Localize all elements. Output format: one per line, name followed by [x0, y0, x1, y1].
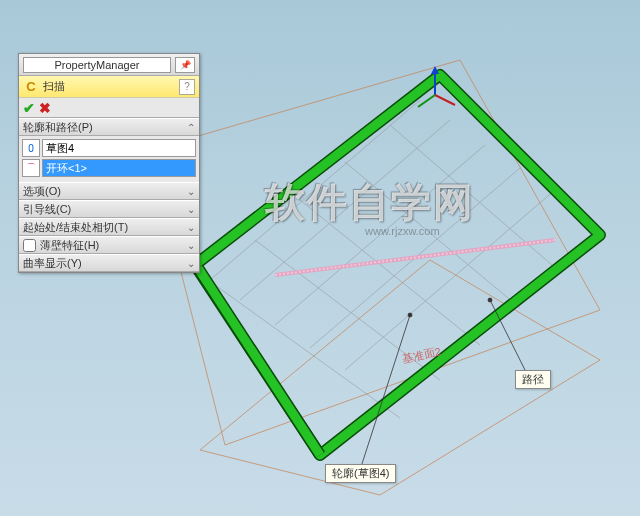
ok-button[interactable]: ✔	[23, 100, 35, 116]
svg-line-2	[435, 95, 455, 105]
help-button[interactable]: ?	[179, 79, 195, 95]
section-curvature[interactable]: 曲率显示(Y) ⌄	[19, 254, 199, 272]
section-label: 选项(O)	[23, 184, 187, 199]
path-icon[interactable]: ⌒	[22, 159, 40, 177]
svg-point-5	[408, 313, 412, 317]
feature-name: 扫描	[43, 79, 179, 94]
section-options[interactable]: 选项(O) ⌄	[19, 182, 199, 200]
svg-point-4	[488, 298, 492, 302]
feature-header: C 扫描 ?	[19, 76, 199, 98]
chevron-down-icon: ⌄	[187, 204, 195, 215]
callout-path[interactable]: 路径	[515, 370, 551, 389]
section-tangency[interactable]: 起始处/结束处相切(T) ⌄	[19, 218, 199, 236]
pm-titlebar: PropertyManager 📌	[19, 54, 199, 76]
section-label: 轮廓和路径(P)	[23, 120, 187, 135]
chevron-down-icon: ⌄	[187, 258, 195, 269]
chevron-down-icon: ⌄	[187, 222, 195, 233]
section-thin[interactable]: 薄壁特征(H) ⌄	[19, 236, 199, 254]
profile-input[interactable]: 草图4	[42, 139, 196, 157]
chevron-down-icon: ⌄	[187, 240, 195, 251]
chevron-down-icon: ⌄	[187, 186, 195, 197]
profile-icon[interactable]: 0	[22, 139, 40, 157]
ok-cancel-bar: ✔ ✖	[19, 98, 199, 118]
section-label: 起始处/结束处相切(T)	[23, 220, 187, 235]
section-label: 引导线(C)	[23, 202, 187, 217]
section-label: 曲率显示(Y)	[23, 256, 187, 271]
section-label: 薄壁特征(H)	[40, 238, 187, 253]
cancel-button[interactable]: ✖	[39, 100, 51, 116]
section-profile-path[interactable]: 轮廓和路径(P) ⌃	[19, 118, 199, 136]
section-guides[interactable]: 引导线(C) ⌄	[19, 200, 199, 218]
pm-title: PropertyManager	[23, 57, 171, 73]
callout-profile[interactable]: 轮廓(草图4)	[325, 464, 396, 483]
section-profile-path-body: 0 草图4 ⌒ 开环<1>	[19, 136, 199, 182]
property-manager-panel: PropertyManager 📌 C 扫描 ? ✔ ✖ 轮廓和路径(P) ⌃ …	[18, 53, 200, 273]
path-input[interactable]: 开环<1>	[42, 159, 196, 177]
pin-icon[interactable]: 📌	[175, 57, 195, 73]
chevron-up-icon: ⌃	[187, 122, 195, 133]
sweep-icon: C	[23, 79, 39, 95]
thin-feature-checkbox[interactable]	[23, 239, 36, 252]
